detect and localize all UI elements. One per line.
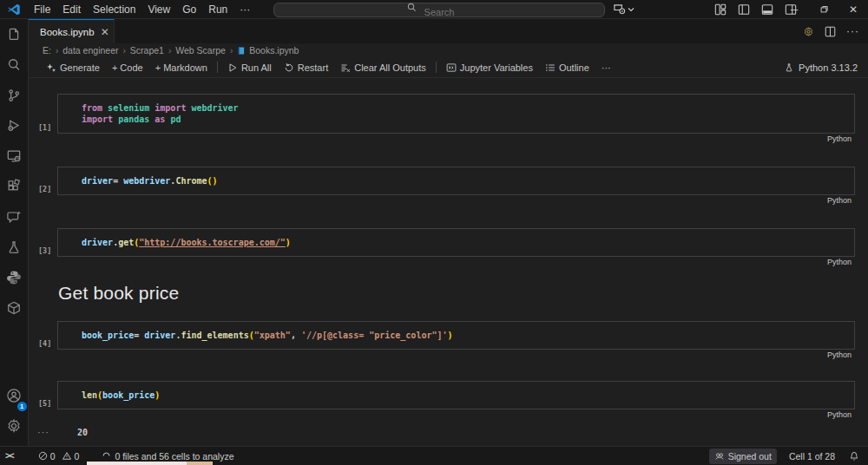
menu-file[interactable]: File	[28, 0, 56, 19]
python-icon[interactable]	[0, 262, 29, 292]
close-window-button[interactable]: ✕	[838, 0, 868, 19]
launch-profile-button[interactable]	[613, 3, 635, 16]
sparkle-icon	[46, 62, 56, 73]
extensions-icon[interactable]	[0, 171, 29, 201]
activity-bar: 1	[0, 19, 29, 446]
menu-go[interactable]: Go	[176, 0, 202, 19]
breadcrumb-file-label: Books.ipynb	[249, 45, 299, 56]
source-control-icon[interactable]	[0, 80, 29, 110]
tab-bar: Books.ipynb ✕ ···	[29, 19, 868, 43]
search-box[interactable]	[273, 3, 605, 17]
split-editor-icon[interactable]	[825, 26, 836, 37]
toolbar-more-label: ···	[602, 62, 611, 73]
spinner-icon	[102, 451, 111, 461]
execution-count: [2]	[38, 185, 51, 193]
cell-3-editor[interactable]: driver.get("http://books.toscrape.com/")	[57, 228, 855, 257]
breadcrumb-data-engineer[interactable]: data engineer	[61, 45, 120, 56]
errors-icon	[38, 451, 48, 461]
url-link[interactable]: "http://books.toscrape.com/"	[139, 238, 286, 247]
play-icon	[227, 62, 238, 73]
menu-view[interactable]: View	[141, 0, 176, 19]
chevron-right-icon: ›	[121, 46, 128, 56]
breadcrumb-file[interactable]: Books.ipynb	[235, 45, 300, 56]
cell-1-editor[interactable]: from selenium import webdriver import pa…	[57, 94, 855, 134]
customize-layout-icon[interactable]	[714, 3, 727, 16]
toggle-primary-sidebar-icon[interactable]	[738, 3, 750, 16]
clear-outputs-icon	[340, 62, 351, 73]
accounts-icon[interactable]: 1	[0, 380, 29, 410]
markdown-heading[interactable]: Get book price	[58, 283, 868, 304]
warnings-icon	[62, 451, 72, 461]
tab-books-ipynb[interactable]: Books.ipynb ✕	[29, 19, 115, 43]
code-cell-4[interactable]: book_price= driver.find_elements("xpath"…	[57, 321, 855, 362]
signed-out-label: Signed out	[728, 451, 772, 462]
kernel-picker-button[interactable]: Python 3.13.2	[784, 57, 858, 78]
outline-button[interactable]: Outline	[539, 58, 595, 77]
testing-icon[interactable]	[0, 232, 29, 262]
toggle-panel-icon[interactable]	[761, 3, 773, 16]
signed-out-status[interactable]: Signed out	[709, 449, 777, 464]
vscode-logo-icon	[7, 3, 21, 16]
chevron-right-icon: ›	[53, 46, 61, 56]
menu-more[interactable]: ···	[233, 0, 256, 19]
code-cell-3[interactable]: driver.get("http://books.toscrape.com/")…	[57, 228, 855, 269]
code-cell-5[interactable]: len(book_price) [5] Python	[57, 381, 855, 422]
taskbar-sliver	[87, 462, 213, 465]
cell-4-editor[interactable]: book_price= driver.find_elements("xpath"…	[57, 321, 855, 350]
generate-button[interactable]: Generate	[40, 58, 106, 77]
cell-language-label[interactable]: Python	[57, 409, 855, 422]
search-icon	[407, 3, 417, 12]
execution-count: [3]	[38, 246, 51, 255]
cell-language-label[interactable]: Python	[57, 257, 855, 269]
remote-explorer-icon[interactable]	[0, 141, 29, 171]
variables-icon	[446, 62, 457, 73]
explorer-icon[interactable]	[0, 19, 29, 49]
search-sidebar-icon[interactable]	[0, 49, 29, 80]
breadcrumb-drive[interactable]: E:	[41, 45, 53, 56]
run-all-button[interactable]: Run All	[221, 58, 278, 77]
menu-edit[interactable]: Edit	[56, 0, 87, 19]
cell-language-label[interactable]: Python	[57, 195, 855, 207]
breadcrumb-scrape1[interactable]: Scrape1	[128, 45, 166, 56]
chat-copilot-icon[interactable]	[0, 201, 29, 232]
settings-gear-icon[interactable]	[0, 410, 29, 441]
add-markdown-cell-button[interactable]: + Markdown	[149, 58, 214, 77]
problems-indicator[interactable]: 0 0	[33, 447, 85, 465]
add-code-cell-button[interactable]: + Code	[106, 58, 149, 77]
cell-language-label[interactable]: Python	[57, 350, 855, 362]
cell-position-status[interactable]: Cell 1 of 28	[784, 447, 840, 465]
editor-more-actions-icon[interactable]: ···	[846, 25, 859, 37]
restart-button[interactable]: Restart	[278, 58, 334, 77]
output-collapse-icon[interactable]: ···	[37, 427, 58, 437]
jupyter-variables-label: Jupyter Variables	[460, 62, 533, 73]
kernel-icon	[784, 62, 794, 73]
cell-2-editor[interactable]: driver= webdriver.Chrome()	[57, 167, 855, 195]
maximize-button[interactable]	[809, 0, 838, 19]
restart-icon	[284, 62, 294, 73]
code-cell-1[interactable]: from selenium import webdriver import pa…	[57, 94, 855, 146]
tab-close-icon[interactable]: ✕	[101, 26, 109, 38]
clear-all-outputs-button[interactable]: Clear All Outputs	[334, 58, 432, 77]
chevron-right-icon: ›	[227, 46, 235, 56]
cell-output: ··· 20	[37, 427, 868, 437]
run-debug-icon[interactable]	[0, 110, 29, 141]
remote-indicator-icon[interactable]: ><	[0, 447, 19, 465]
notifications-bell-icon[interactable]	[844, 447, 865, 465]
menu-selection[interactable]: Selection	[87, 0, 141, 19]
jupyter-package-icon[interactable]	[0, 292, 29, 323]
run-all-label: Run All	[241, 62, 272, 73]
generate-label: Generate	[60, 62, 100, 73]
cell-5-editor[interactable]: len(book_price)	[57, 381, 855, 409]
search-input[interactable]	[274, 6, 604, 19]
menu-run[interactable]: Run	[202, 0, 233, 19]
notebook-settings-icon[interactable]	[803, 26, 814, 37]
breadcrumb: E: › data engineer › Scrape1 › Web Scarp…	[29, 43, 868, 57]
breadcrumb-web-scarpe[interactable]: Web Scarpe	[174, 45, 227, 56]
toolbar-more-actions-icon[interactable]: ···	[595, 58, 617, 77]
jupyter-variables-button[interactable]: Jupyter Variables	[440, 58, 539, 77]
minimize-button[interactable]: ─	[779, 0, 809, 19]
cell-language-label[interactable]: Python	[57, 134, 855, 146]
restart-label: Restart	[298, 62, 328, 73]
code-cell-2[interactable]: driver= webdriver.Chrome() [2] Python	[57, 167, 855, 207]
chevron-down-icon	[628, 6, 635, 13]
